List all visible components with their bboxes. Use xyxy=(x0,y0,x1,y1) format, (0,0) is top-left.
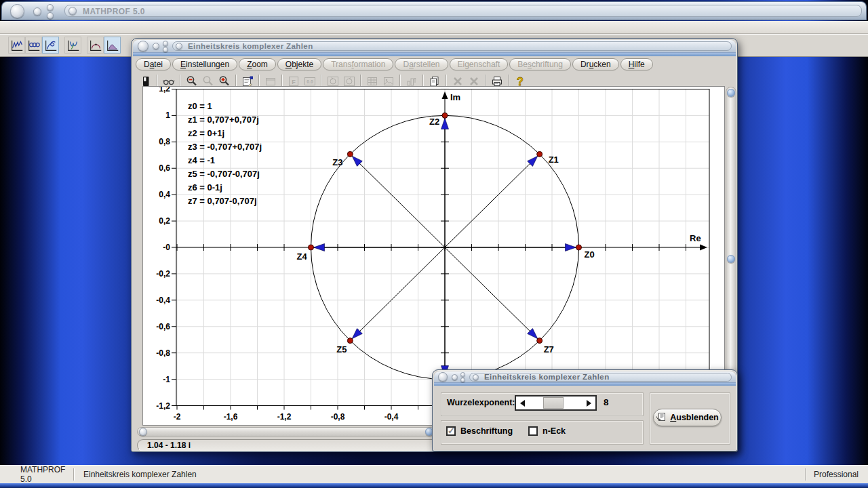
svg-text:1: 1 xyxy=(165,110,170,120)
titlebar-accent xyxy=(133,53,736,56)
cursor-coordinates: 1.04 - 1.18 i xyxy=(147,441,191,450)
toolbar-separator xyxy=(258,75,260,87)
plot-loop-icon[interactable] xyxy=(42,37,59,54)
neck-checkbox[interactable] xyxy=(528,426,538,436)
svg-text:-0,4: -0,4 xyxy=(384,412,399,422)
svg-text:Z1: Z1 xyxy=(549,155,559,165)
svg-text:Im: Im xyxy=(450,92,460,102)
plot-zigzag-icon[interactable] xyxy=(8,37,25,54)
equation-z7: z7 = 0,707-0,707j xyxy=(188,196,257,206)
slider-increase-arrow[interactable] xyxy=(587,400,591,407)
main-window-titlebar: Einheitskreis komplexer Zahlen xyxy=(133,40,736,53)
menu-hilfe[interactable]: Hilfe xyxy=(620,58,653,70)
toolbar-separator xyxy=(235,75,237,87)
svg-text:?: ? xyxy=(517,75,524,87)
svg-text:0,4: 0,4 xyxy=(159,190,170,199)
plot-chain-icon[interactable] xyxy=(25,37,42,54)
slider-decrease-arrow[interactable] xyxy=(520,400,525,407)
svg-text:-0,6: -0,6 xyxy=(156,322,170,331)
svg-text:Z5: Z5 xyxy=(336,344,347,354)
toolbar-separator xyxy=(446,75,447,87)
ausblenden-button-label: Ausblenden xyxy=(670,413,719,422)
root-exponent-slider[interactable] xyxy=(515,395,597,411)
toolbar-separator xyxy=(422,75,424,87)
svg-text:0,8: 0,8 xyxy=(159,137,170,146)
scroll-left-button[interactable] xyxy=(139,428,147,436)
window-close-button[interactable] xyxy=(163,47,168,52)
equation-z2: z2 = 0+1j xyxy=(188,128,224,138)
menu-beschriftung[interactable]: Beschriftung xyxy=(509,58,571,70)
equation-z4: z4 = -1 xyxy=(188,155,215,165)
statusbar-app-name: MATHPROF 5.0 xyxy=(0,465,73,484)
svg-text:Z0: Z0 xyxy=(585,249,595,260)
window-maximize-button[interactable] xyxy=(163,41,168,46)
svg-text:0,6: 0,6 xyxy=(159,163,170,173)
toolbar-separator xyxy=(508,75,509,87)
app-close-button[interactable] xyxy=(47,12,54,19)
svg-text:-0,8: -0,8 xyxy=(156,348,170,358)
svg-text:Re: Re xyxy=(690,233,701,243)
equation-z5: z5 = -0,707-0,707j xyxy=(188,169,260,179)
svg-text:Z2: Z2 xyxy=(429,117,439,127)
slider-thumb[interactable] xyxy=(543,397,564,409)
app-maximize-button[interactable] xyxy=(47,4,54,11)
dialog-close-button[interactable] xyxy=(460,378,465,382)
toolbar-separator xyxy=(485,75,486,87)
toolbar-separator xyxy=(281,75,283,87)
svg-text:0,2: 0,2 xyxy=(159,216,170,226)
equation-z0: z0 = 1 xyxy=(188,101,212,111)
toolbar-separator xyxy=(399,75,401,87)
menu-eigenschaft[interactable]: Eigenschaft xyxy=(450,58,509,70)
toolbar-separator xyxy=(157,75,158,87)
app-titlebar: MATHPROF 5.0 xyxy=(1,1,867,20)
neck-label: n-Eck xyxy=(542,426,566,436)
svg-text:-1,6: -1,6 xyxy=(224,412,238,422)
menu-darstellen[interactable]: Darstellen xyxy=(395,58,448,70)
menu-datei[interactable]: Datei xyxy=(136,58,171,70)
dialog-titlebar-accent xyxy=(434,383,736,386)
dialog-icon-bullet xyxy=(473,374,479,380)
equation-z6: z6 = 0-1j xyxy=(188,182,222,192)
plot-branch-icon[interactable] xyxy=(64,37,81,54)
window-icon-bullet xyxy=(176,43,182,49)
window-title-capsule: Einheitskreis komplexer Zahlen xyxy=(172,41,732,51)
svg-text:Z3: Z3 xyxy=(332,157,342,167)
vertical-scroll-thumb[interactable] xyxy=(727,255,735,263)
window-frame-bottom xyxy=(0,483,868,488)
dialog-title: Einheitskreis komplexer Zahlen xyxy=(484,373,610,381)
app-title-capsule: MATHPROF 5.0 xyxy=(64,5,862,17)
ausblenden-button[interactable]: Ausblenden xyxy=(653,409,722,426)
svg-text:Z4: Z4 xyxy=(297,251,308,262)
menu-einstellungen[interactable]: Einstellungen xyxy=(172,58,237,70)
plot-area-icon[interactable] xyxy=(104,37,121,54)
beschriftung-label: Beschriftung xyxy=(460,426,513,436)
dialog-system-button[interactable] xyxy=(438,372,448,382)
dialog-minimize-button[interactable] xyxy=(452,374,458,380)
scroll-up-button[interactable] xyxy=(727,89,735,97)
window-system-button[interactable] xyxy=(138,41,149,52)
toolbar-separator xyxy=(321,75,322,87)
svg-text:-0,8: -0,8 xyxy=(331,412,345,422)
window-minimize-button[interactable] xyxy=(153,43,159,49)
svg-text:-0: -0 xyxy=(163,243,170,252)
dialog-maximize-button[interactable] xyxy=(460,372,465,377)
svg-text:Z7: Z7 xyxy=(544,344,554,354)
app-minimize-button[interactable] xyxy=(33,7,41,16)
menu-zoom[interactable]: Zoom xyxy=(239,58,276,70)
checkmark-icon: ✓ xyxy=(448,426,455,436)
plot-arc-icon[interactable] xyxy=(87,37,104,54)
svg-text:1,2: 1,2 xyxy=(159,87,170,94)
app-title: MATHPROF 5.0 xyxy=(83,7,145,16)
svg-text:-1: -1 xyxy=(163,375,170,384)
beschriftung-checkbox[interactable]: ✓ xyxy=(446,426,456,436)
desktop: MATHPROF 5.0 Einheitskreis komplexer Zah… xyxy=(0,0,868,488)
equation-z3: z3 = -0,707+0,707j xyxy=(188,142,262,152)
dialog-window: Einheitskreis komplexer Zahlen Wurzelexp… xyxy=(432,369,738,451)
svg-text:0.0: 0.0 xyxy=(307,79,313,84)
app-system-button[interactable] xyxy=(10,4,24,18)
root-exponent-value: 8 xyxy=(604,397,609,407)
equation-z1: z1 = 0,707+0,707j xyxy=(188,115,259,125)
menu-drucken[interactable]: Drucken xyxy=(572,58,619,70)
menu-objekte[interactable]: Objekte xyxy=(277,58,321,70)
menu-transformation[interactable]: Transformation xyxy=(323,58,393,70)
